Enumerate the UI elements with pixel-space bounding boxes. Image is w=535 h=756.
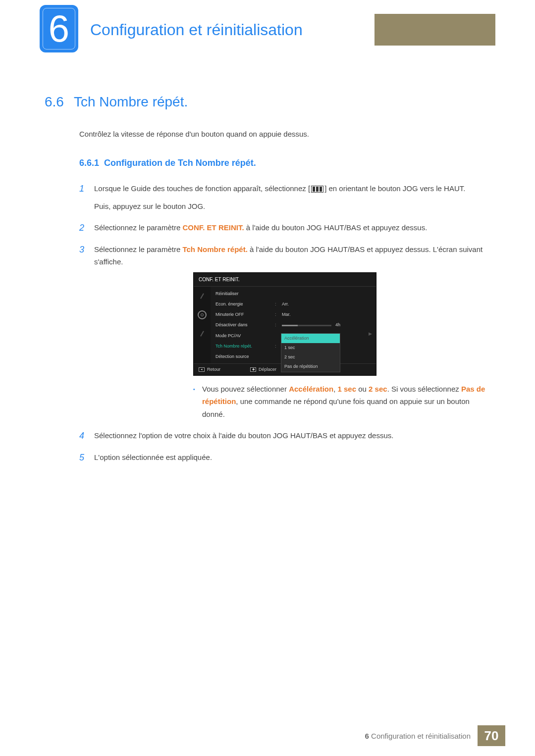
osd-row: Réinitialiser <box>211 289 376 299</box>
step-text: Sélectionnez le paramètre <box>94 245 182 253</box>
step-number: 5 <box>79 450 84 465</box>
osd-option-selected: Accélération <box>281 334 340 343</box>
step-1: 1 Lorsque le Guide des touches de foncti… <box>79 182 490 212</box>
osd-label: Désactiver dans <box>215 321 275 329</box>
subsection-number: 6.6.1 <box>79 158 99 168</box>
chapter-number: 6 <box>49 10 69 48</box>
osd-value: Mar. <box>282 311 291 318</box>
osd-row: Désactiver dans:4h <box>211 320 376 330</box>
colon: : <box>275 321 282 329</box>
page-number: 70 <box>478 725 505 746</box>
page-footer: 6 Configuration et réinitialisation 70 <box>365 725 505 746</box>
step-text: Sélectionnez l'option de votre choix à l… <box>94 431 393 440</box>
osd-row: Minuterie OFF:Mar. <box>211 309 376 320</box>
header-right-band <box>374 14 495 46</box>
ui-term: Tch Nombre répét. <box>182 245 247 253</box>
step-text: Lorsque le Guide des touches de fonction… <box>94 184 310 193</box>
step-text: ] en orientant le bouton JOG vers le HAU… <box>324 184 465 193</box>
step-2: 2 Sélectionnez le paramètre CONF. ET REI… <box>79 221 490 234</box>
osd-slider <box>282 325 331 326</box>
osd-label: Minuterie OFF <box>215 311 275 318</box>
key-icon: ◆ <box>250 367 256 372</box>
osd-row: Econ. énergie:Arr. <box>211 299 376 309</box>
section-intro: Contrôlez la vitesse de réponse d'un bou… <box>79 130 490 138</box>
step-4: 4 Sélectionnez l'option de votre choix à… <box>79 429 490 442</box>
section-title: Tch Nombre répét. <box>74 94 188 109</box>
chapter-header: 6 Configuration et réinitialisation <box>0 0 535 64</box>
step-number: 3 <box>79 242 84 257</box>
bullet-text: , une commande ne répond qu'une fois qua… <box>202 397 470 418</box>
step-number: 2 <box>79 220 84 236</box>
bullet-item: Vous pouvez sélectionner Accélération, 1… <box>193 383 490 421</box>
osd-screenshot: CONF. ET REINIT. Réinitialiser Econ. éne… <box>193 272 376 376</box>
osd-label: Mode PC/AV <box>215 332 275 340</box>
osd-body: Réinitialiser Econ. énergie:Arr. Minuter… <box>194 287 376 363</box>
colon: : <box>275 301 282 308</box>
osd-label: Tch Nombre répét. <box>215 343 275 350</box>
step-text: L'option sélectionnée est appliquée. <box>94 453 212 461</box>
ui-term: 1 sec <box>338 385 357 393</box>
osd-label: Réinitialiser <box>215 290 275 298</box>
subsection-title: Configuration de Tch Nombre répét. <box>104 158 256 168</box>
ui-term: 2 sec <box>369 385 387 393</box>
footer-chapter-number: 6 <box>365 732 369 740</box>
colon: : <box>275 311 282 318</box>
osd-footer-label: Retour <box>207 366 220 373</box>
step-number: 1 <box>79 181 84 197</box>
osd-footer-item: ◂Retour <box>199 366 220 373</box>
footer-chapter: 6 Configuration et réinitialisation <box>365 732 478 740</box>
osd-footer-label: Déplacer <box>259 366 276 373</box>
osd-option: 1 sec <box>281 343 340 353</box>
osd-value: Arr. <box>282 301 289 308</box>
osd-value: 4h <box>335 321 340 329</box>
arrow-right-icon: ▶ <box>369 330 372 338</box>
step-text: à l'aide du bouton JOG HAUT/BAS et appuy… <box>244 223 428 232</box>
subsection-heading: 6.6.1 Configuration de Tch Nombre répét. <box>79 158 490 168</box>
ui-term: CONF. ET REINIT. <box>182 223 244 232</box>
bullet-text: Vous pouvez sélectionner <box>202 385 289 393</box>
chapter-title: Configuration et réinitialisation <box>90 21 312 39</box>
osd-label: Econ. énergie <box>215 301 275 308</box>
gear-icon <box>198 310 207 319</box>
bullet-list: Vous pouvez sélectionner Accélération, 1… <box>193 383 490 421</box>
steps-list: 1 Lorsque le Guide des touches de foncti… <box>79 182 490 463</box>
bullet-text: . Si vous sélectionnez <box>387 385 461 393</box>
osd-title: CONF. ET REINIT. <box>194 273 376 287</box>
step-text: Sélectionnez le paramètre <box>94 223 182 232</box>
section-heading: 6.6Tch Nombre répét. <box>45 94 490 110</box>
osd-option: 2 sec <box>281 353 340 362</box>
section-number: 6.6 <box>45 94 64 109</box>
step-text: Puis, appuyez sur le bouton JOG. <box>94 202 205 210</box>
step-3: 3 Sélectionnez le paramètre Tch Nombre r… <box>79 243 490 421</box>
divider-icon <box>200 293 204 299</box>
chapter-number-tab: 6 <box>40 5 78 52</box>
footer-chapter-title: Configuration et réinitialisation <box>371 732 471 740</box>
osd-label: Détection source <box>215 353 275 360</box>
osd-main: Réinitialiser Econ. énergie:Arr. Minuter… <box>211 287 376 363</box>
step-number: 4 <box>79 428 84 444</box>
osd-footer-item: ◆Déplacer <box>250 366 276 373</box>
menu-icon <box>311 186 323 193</box>
ui-term: Accélération <box>289 385 333 393</box>
osd-sidebar <box>194 287 211 363</box>
osd-popup: Accélération 1 sec 2 sec Pas de répétiti… <box>281 333 340 372</box>
divider-icon <box>200 331 204 336</box>
bullet-text: ou <box>356 385 369 393</box>
osd-option: Pas de répétition <box>281 362 340 371</box>
page-content: 6.6Tch Nombre répét. Contrôlez la vitess… <box>0 64 535 463</box>
step-5: 5 L'option sélectionnée est appliquée. <box>79 451 490 464</box>
key-icon: ◂ <box>199 367 205 372</box>
bullet-text: , <box>333 385 337 393</box>
